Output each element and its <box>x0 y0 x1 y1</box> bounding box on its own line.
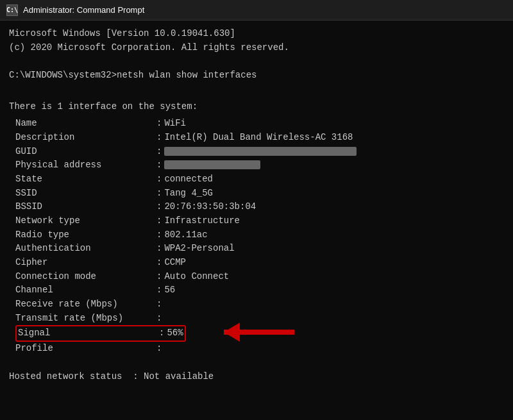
table-row: Profile : <box>15 342 504 356</box>
field-value: WiFi <box>164 117 186 131</box>
table-row: Connection mode : Auto Connect <box>15 270 504 284</box>
footer-line: Hosted network status : Not available <box>9 370 504 384</box>
field-value: Auto Connect <box>164 270 229 284</box>
table-row: Name : WiFi <box>15 117 504 131</box>
terminal-area: Microsoft Windows [Version 10.0.19041.63… <box>0 21 513 390</box>
field-key: State <box>15 172 156 187</box>
table-row: Authentication : WPA2-Personal <box>15 242 504 256</box>
field-key: Receive rate (Mbps) <box>15 298 156 312</box>
table-row: Physical address : <box>15 158 504 172</box>
field-key: Profile <box>15 342 156 356</box>
info-table: Name : WiFi Description : Intel(R) Dual … <box>15 117 504 356</box>
field-key: Radio type <box>15 228 156 242</box>
field-key: Network type <box>15 214 156 228</box>
field-key: Description <box>15 131 156 145</box>
field-value: Infrastructure <box>164 214 240 228</box>
signal-row: Signal : 56% <box>15 325 504 342</box>
version-line: Microsoft Windows [Version 10.0.19041.63… <box>9 27 504 41</box>
title-bar: C:\ Administrator: Command Prompt <box>0 0 513 21</box>
table-row: Radio type : 802.11ac <box>15 228 504 242</box>
field-value: Tang 4_5G <box>164 187 213 201</box>
signal-highlight-box: Signal : 56% <box>15 325 186 342</box>
copyright-line: (c) 2020 Microsoft Corporation. All righ… <box>9 41 504 55</box>
field-key: Channel <box>15 283 156 298</box>
field-key: Cipher <box>15 256 156 270</box>
field-value <box>164 158 260 172</box>
field-key: Signal <box>18 326 159 340</box>
spacer1 <box>9 55 504 69</box>
field-value: 56 <box>164 283 175 298</box>
field-value: 20:76:93:50:3b:04 <box>164 200 256 214</box>
table-row: Cipher : CCMP <box>15 256 504 270</box>
svg-marker-1 <box>224 323 240 342</box>
table-row: Network type : Infrastructure <box>15 214 504 228</box>
table-row: Channel : 56 <box>15 283 504 298</box>
cmd-icon: C:\ <box>6 4 18 16</box>
field-key: Transmit rate (Mbps) <box>15 312 156 326</box>
field-value <box>164 145 357 159</box>
table-row: SSID : Tang 4_5G <box>15 187 504 201</box>
field-value: connected <box>164 172 213 187</box>
blurred-guid <box>164 147 357 156</box>
section-header: There is 1 interface on the system: <box>9 100 504 114</box>
field-key: Physical address <box>15 158 156 172</box>
field-value: CCMP <box>164 256 186 270</box>
table-row: GUID : <box>15 145 504 159</box>
field-key: BSSID <box>15 200 156 214</box>
table-row: Description : Intel(R) Dual Band Wireles… <box>15 131 504 145</box>
field-value: Intel(R) Dual Band Wireless-AC 3168 <box>164 131 353 145</box>
command-prompt: C:\WINDOWS\system32>netsh wlan show inte… <box>9 69 504 83</box>
field-key: SSID <box>15 187 156 201</box>
table-row: BSSID : 20:76:93:50:3b:04 <box>15 200 504 214</box>
field-key: Connection mode <box>15 270 156 284</box>
field-key: GUID <box>15 145 156 159</box>
field-value: WPA2-Personal <box>164 242 234 256</box>
field-key: Authentication <box>15 242 156 256</box>
field-value: 802.11ac <box>164 228 207 242</box>
arrow-svg <box>205 320 301 344</box>
window-title: Administrator: Command Prompt <box>23 5 144 15</box>
table-row: Receive rate (Mbps) : <box>15 298 504 312</box>
table-row: State : connected <box>15 172 504 187</box>
signal-value: 56% <box>167 326 183 340</box>
blurred-mac <box>164 160 260 169</box>
spacer3 <box>9 356 504 370</box>
field-key: Name <box>15 117 156 131</box>
spacer2 <box>9 83 504 97</box>
